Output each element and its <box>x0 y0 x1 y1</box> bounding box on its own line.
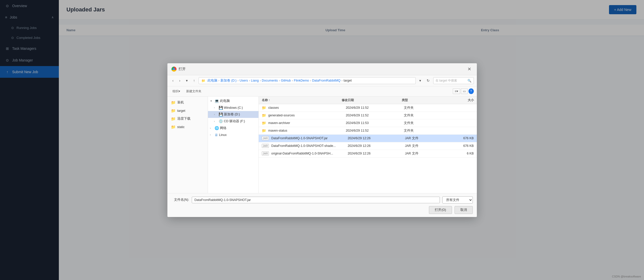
tree-arrow-linux: › <box>210 133 214 136</box>
search-icon: 🔍 <box>467 79 472 83</box>
list-view-button[interactable]: ≡▾ <box>453 88 460 94</box>
tree-item-linux[interactable]: › 🖥 Linux <box>208 132 258 138</box>
file-size-jar-shade: 676 KB <box>443 144 474 148</box>
breadcrumb-datafromrabbitmq[interactable]: DataFromRabbitMQ <box>312 79 341 82</box>
tree-item-network[interactable]: › 🌐 网络 <box>208 125 258 132</box>
file-col-type: 类型 <box>402 98 442 102</box>
forward-button[interactable]: › <box>177 77 182 84</box>
tree-arrow-network: › <box>210 127 214 130</box>
filename-input[interactable] <box>192 197 440 203</box>
file-date-generated: 2024/6/29 11:52 <box>346 114 404 117</box>
folder-icon-generated: 📁 <box>262 113 267 117</box>
sidebar-panel: 📁 装机 📁 target 📁 迅雷下载 📁 static <box>167 97 208 193</box>
breadcrumb-users[interactable]: Users <box>240 79 248 82</box>
tree-item-f[interactable]: › 💿 CD 驱动器 (F:) <box>208 118 258 125</box>
filename-label: 文件名(N): <box>171 198 189 202</box>
file-date-jar-shade: 2024/6/29 12:26 <box>348 144 405 148</box>
breadcrumb-bar[interactable]: 📁 此电脑 › 新加卷 (D:) › Users › Liang › Docum… <box>199 77 416 84</box>
tree-arrow-f: › <box>214 120 218 123</box>
breadcrumb-liang[interactable]: Liang <box>251 79 259 82</box>
linux-icon: 🖥 <box>215 133 218 137</box>
dialog-toolbar: ‹ › ▾ ↑ 📁 此电脑 › 新加卷 (D:) › Users › Liang… <box>167 75 477 86</box>
breadcrumb-flinkdemo[interactable]: FlinkDemo <box>294 79 309 82</box>
file-size-jar-original: 6 KB <box>443 152 474 155</box>
search-placeholder-text: 在 target 中搜索 <box>436 79 466 83</box>
preview-button[interactable]: ▭ <box>461 88 468 94</box>
dialog-actions: 打开(O) 取消 <box>171 206 473 214</box>
file-date-maven-status: 2024/6/29 11:52 <box>346 129 404 132</box>
file-date-jar-main: 2024/6/29 12:26 <box>348 136 405 140</box>
breadcrumb-github[interactable]: GitHub <box>281 79 291 82</box>
tree-item-d[interactable]: › 💾 新加卷 (D:) <box>208 111 258 118</box>
dialog-overlay: 打开 ✕ ‹ › ▾ ↑ 📁 此电脑 › 新加卷 (D:) › Users › … <box>0 0 644 280</box>
dialog-titlebar: 打开 ✕ <box>167 63 477 75</box>
file-date-classes: 2024/6/29 11:52 <box>346 106 404 110</box>
breadcrumb-folder-icon: 📁 <box>201 79 205 83</box>
file-row-maven-archiver[interactable]: 📁 maven-archiver 2024/6/29 11:53 文件夹 <box>259 119 477 127</box>
breadcrumb-target[interactable]: target <box>344 79 352 82</box>
file-type-maven-archiver: 文件夹 <box>404 121 443 125</box>
file-date-maven-archiver: 2024/6/29 11:53 <box>346 121 404 125</box>
tree-item-c[interactable]: › 💾 Windows (C:) <box>208 104 258 111</box>
file-row-jar-original[interactable]: JAR original-DataFromRabbitMQ-1.0-SNAPSH… <box>259 150 477 158</box>
organize-button[interactable]: 组织▾ <box>170 88 182 95</box>
file-type-generated: 文件夹 <box>404 113 443 118</box>
file-type-maven-status: 文件夹 <box>404 129 443 133</box>
sidebar-tree: ▼ 💻 此电脑 › 💾 Windows (C:) › 💾 新加卷 (D:) › … <box>208 97 259 193</box>
filetype-select[interactable]: 所有文件 JAR 文件 <box>442 196 473 204</box>
help-button[interactable]: ? <box>468 88 474 94</box>
sidebar-panel-item-target[interactable]: 📁 target <box>167 107 208 115</box>
folder-icon-install: 📁 <box>171 100 176 105</box>
file-name-jar-main: DataFromRabbitMQ-1.0-SNAPSHOT.jar <box>270 136 348 140</box>
file-name-maven-archiver: maven-archiver <box>268 121 346 125</box>
pc-icon: 💻 <box>215 99 219 103</box>
sidebar-panel-item-install[interactable]: 📁 装机 <box>167 99 208 107</box>
sidebar-panel-item-static[interactable]: 📁 static <box>167 123 208 131</box>
file-row-maven-status[interactable]: 📁 maven-status 2024/6/29 11:52 文件夹 <box>259 127 477 135</box>
file-dialog: 打开 ✕ ‹ › ▾ ↑ 📁 此电脑 › 新加卷 (D:) › Users › … <box>167 63 477 217</box>
sidebar-panel-item-xunlei[interactable]: 📁 迅雷下载 <box>167 115 208 123</box>
view-buttons: ≡▾ ▭ ? <box>453 88 474 94</box>
breadcrumb-documents[interactable]: Documents <box>262 79 278 82</box>
jar-icon-shade: JAR <box>262 144 269 148</box>
dialog-title-left: 打开 <box>171 67 186 72</box>
dialog-title-text: 打开 <box>179 67 186 71</box>
file-type-jar-shade: JAR 文件 <box>405 144 443 148</box>
file-row-jar-shade[interactable]: JAR DataFromRabbitMQ-1.0-SNAPSHOT-shade.… <box>259 142 477 150</box>
tree-item-pc[interactable]: ▼ 💻 此电脑 <box>208 98 258 104</box>
drive-f-icon: 💿 <box>219 119 223 123</box>
file-col-name[interactable]: 名称 ↑ <box>262 98 342 102</box>
file-size-jar-main: 676 KB <box>443 136 474 140</box>
dialog-close-button[interactable]: ✕ <box>466 66 473 72</box>
file-col-size: 大小 <box>442 98 474 102</box>
tree-arrow-d: › <box>214 113 218 116</box>
drive-d-icon: 💾 <box>219 112 223 116</box>
breadcrumb-dropdown-button[interactable]: ▾ <box>417 77 423 84</box>
up-button[interactable]: ↑ <box>191 77 197 84</box>
new-folder-button[interactable]: 新建文件夹 <box>184 88 203 95</box>
folder-icon-target: 📁 <box>171 108 176 113</box>
file-type-classes: 文件夹 <box>404 106 443 110</box>
search-bar[interactable]: 在 target 中搜索 🔍 <box>433 77 474 84</box>
open-button[interactable]: 打开(O) <box>429 206 452 214</box>
jar-icon-main: JAR <box>262 136 269 140</box>
back-button[interactable]: ‹ <box>170 77 176 84</box>
file-name-maven-status: maven-status <box>268 129 346 132</box>
cancel-button[interactable]: 取消 <box>455 206 473 214</box>
file-type-jar-main: JAR 文件 <box>405 136 443 141</box>
dialog-bottom: 文件名(N): 所有文件 JAR 文件 打开(O) 取消 <box>167 193 477 217</box>
refresh-button[interactable]: ↻ <box>425 77 432 84</box>
file-name-generated: generated-sources <box>268 114 346 117</box>
file-name-jar-original: original-DataFromRabbitMQ-1.0-SNAPSH... <box>270 152 348 155</box>
file-row-generated[interactable]: 📁 generated-sources 2024/6/29 11:52 文件夹 <box>259 112 477 119</box>
breadcrumb-d[interactable]: 新加卷 (D:) <box>220 79 236 83</box>
dropdown-button[interactable]: ▾ <box>184 77 190 84</box>
folder-icon-classes: 📁 <box>262 106 267 110</box>
file-type-jar-original: JAR 文件 <box>405 151 443 156</box>
jar-icon-original: JAR <box>262 151 269 155</box>
breadcrumb-pc[interactable]: 此电脑 <box>207 79 217 83</box>
file-row-jar-main[interactable]: JAR DataFromRabbitMQ-1.0-SNAPSHOT.jar 20… <box>259 135 477 142</box>
file-col-date: 修改日期 <box>342 98 402 102</box>
tree-arrow-c: › <box>214 106 218 109</box>
file-row-classes[interactable]: 📁 classes 2024/6/29 11:52 文件夹 <box>259 104 477 112</box>
